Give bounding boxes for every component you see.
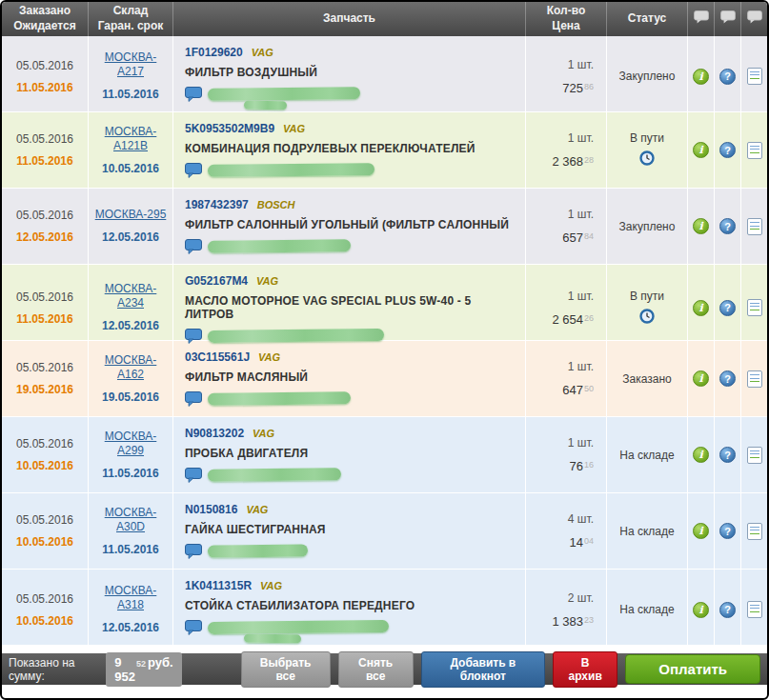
note-document-icon[interactable] [747, 523, 762, 540]
note-document-icon[interactable] [747, 68, 762, 85]
price-main: 1 383 [552, 614, 583, 629]
info-icon[interactable]: i [693, 523, 709, 539]
question-icon[interactable]: ? [719, 300, 736, 316]
info-icon[interactable]: i [693, 69, 709, 85]
censored-note [208, 544, 308, 557]
comment-bubble-icon[interactable] [185, 468, 202, 483]
info-icon[interactable]: i [693, 370, 709, 387]
supplier-note-row [185, 544, 308, 559]
brand-label: VAG [258, 351, 280, 363]
censored-note-wrap [208, 329, 384, 342]
warehouse-cell: МОСКВА-А162 19.05.2016 [89, 341, 173, 416]
price: 2 65426 [552, 312, 594, 327]
note-document-icon[interactable] [747, 218, 762, 235]
warehouse-cell: МОСКВА-А299 11.05.2016 [89, 417, 173, 492]
parts-table-body: 05.05.2016 11.05.2016 МОСКВА-А217 11.05.… [2, 36, 767, 646]
warehouse-cell: МОСКВА-А217 11.05.2016 [89, 36, 173, 116]
header-qty-price: Кол-во Цена [526, 2, 607, 36]
in-transit-clock-icon [639, 309, 655, 327]
brand-label: BOSCH [257, 199, 295, 210]
part-number-link[interactable]: 1K0411315R [185, 579, 252, 592]
part-number-row: 5K0953502M9B9 VAG [185, 122, 305, 135]
warehouse-link[interactable]: МОСКВА-А234 [92, 282, 169, 310]
comment-column-icon [720, 10, 736, 28]
comment-bubble-icon[interactable] [185, 391, 202, 407]
quantity: 1 шт. [568, 436, 594, 450]
note-cell [741, 36, 767, 116]
censored-note [208, 329, 384, 343]
comment-bubble-icon[interactable] [185, 544, 202, 559]
status-label: В пути [630, 131, 664, 145]
question-icon[interactable]: ? [719, 142, 736, 158]
comment-bubble-icon[interactable] [185, 239, 202, 254]
part-number-link[interactable]: N90813202 [185, 427, 244, 440]
warehouse-link[interactable]: МОСКВА-А30D [92, 506, 169, 534]
warehouse-link[interactable]: МОСКВА-А318 [92, 584, 169, 612]
add-to-notebook-button[interactable]: Добавить в блокнот [421, 651, 545, 688]
warehouse-link[interactable]: МОСКВА-295 [95, 208, 167, 222]
ordered-date: 05.05.2016 [16, 59, 73, 72]
note-document-icon[interactable] [747, 601, 762, 618]
part-number-link[interactable]: 1987432397 [185, 198, 249, 211]
status-label: На складе [619, 449, 674, 462]
quantity: 4 шт. [568, 512, 594, 526]
warehouse-link[interactable]: МОСКВА-А121В [92, 125, 169, 153]
quantity: 1 шт. [568, 360, 594, 373]
price-main: 76 [570, 459, 583, 473]
warehouse-link[interactable]: МОСКВА-А217 [92, 50, 169, 79]
dates-cell: 05.05.2016 11.05.2016 [2, 112, 89, 188]
part-number-link[interactable]: 03C115561J [185, 350, 250, 364]
warehouse-link[interactable]: МОСКВА-А299 [92, 430, 169, 458]
note-document-icon[interactable] [747, 370, 762, 388]
comment-bubble-icon[interactable] [185, 163, 202, 178]
question-icon[interactable]: ? [719, 218, 736, 234]
question-icon[interactable]: ? [719, 523, 736, 539]
select-all-button[interactable]: Выбрать все [241, 651, 331, 688]
deselect-all-button[interactable]: Снять все [338, 651, 414, 688]
header-status: Статус [607, 2, 688, 36]
status-cell: Закуплено [607, 189, 688, 264]
censored-note-2 [244, 101, 287, 110]
censored-note-2 [244, 634, 301, 644]
warehouse-cell: МОСКВА-А234 12.05.2016 [89, 265, 173, 350]
part-number-link[interactable]: N0150816 [185, 503, 237, 516]
info-icon[interactable]: i [693, 300, 709, 316]
header-status-label: Статус [628, 12, 666, 26]
warranty-date: 12.05.2016 [102, 230, 159, 245]
part-number-row: N0150816 VAG [185, 503, 268, 516]
comment-bubble-icon[interactable] [185, 620, 202, 635]
ordered-date: 05.05.2016 [16, 209, 73, 222]
question-icon[interactable]: ? [719, 602, 736, 618]
price-cents: 84 [584, 231, 594, 241]
info-icon[interactable]: i [693, 447, 709, 463]
info-icon[interactable]: i [693, 602, 709, 618]
warranty-date: 12.05.2016 [102, 621, 159, 635]
question-icon[interactable]: ? [719, 447, 736, 463]
censored-note [208, 239, 351, 253]
part-number-link[interactable]: 1F0129620 [185, 46, 243, 59]
quantity: 1 шт. [568, 131, 594, 145]
price: 65784 [562, 230, 594, 245]
part-number-link[interactable]: G052167M4 [185, 274, 248, 288]
note-document-icon[interactable] [747, 299, 762, 316]
comment-column-icon [747, 10, 762, 28]
warehouse-link[interactable]: МОСКВА-А162 [92, 353, 169, 382]
status-cell: В пути [607, 112, 688, 188]
price-cents: 23 [584, 615, 594, 625]
question-icon[interactable]: ? [719, 370, 736, 387]
header-warehouse: Склад Гаран. срок [89, 2, 173, 36]
note-document-icon[interactable] [747, 142, 762, 159]
part-number-link[interactable]: 5K0953502M9B9 [185, 122, 274, 135]
note-document-icon[interactable] [747, 447, 762, 464]
comment-bubble-icon[interactable] [185, 87, 202, 102]
info-icon[interactable]: i [693, 218, 709, 234]
part-cell: N90813202 VAG ПРОБКА ДВИГАТЕЛЯ [173, 417, 526, 492]
question-icon[interactable]: ? [719, 69, 736, 85]
header-comment-col-3 [741, 2, 767, 36]
pay-button[interactable]: Оплатить [625, 654, 760, 684]
status-label: На складе [619, 603, 674, 616]
censored-note-wrap [208, 391, 351, 405]
archive-button[interactable]: В архив [553, 651, 617, 688]
info-cell: i [688, 341, 715, 416]
info-icon[interactable]: i [693, 142, 709, 158]
